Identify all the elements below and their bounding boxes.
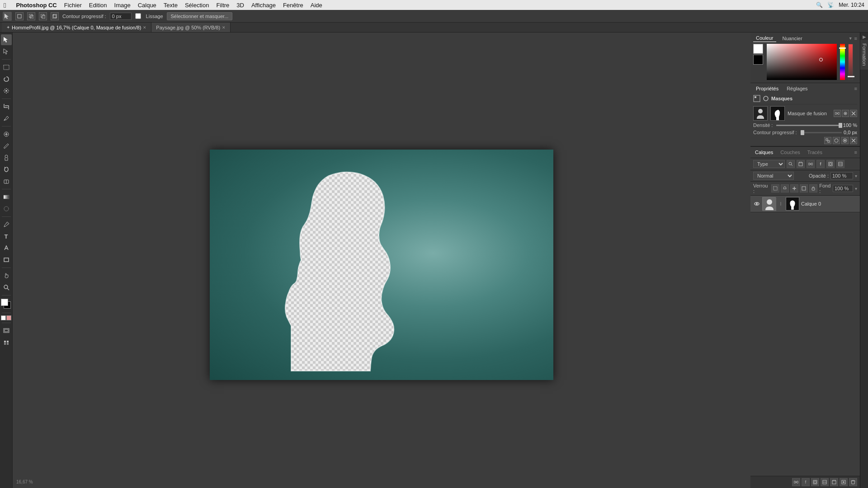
menu-fichier[interactable]: Fichier [64,2,82,9]
extra-tools-btn[interactable] [3,339,9,347]
contour-input[interactable] [110,13,132,20]
masque-action-3[interactable] [841,137,849,144]
densite-slider-thumb[interactable] [839,123,842,128]
eraser-tool-btn[interactable] [1,176,12,187]
tab-close-button[interactable]: ✕ [143,25,146,30]
layer-new-action-btn[interactable] [840,478,848,486]
menu-fenetre[interactable]: Fenêtre [283,2,303,9]
color-panel-collapse-btn[interactable]: ▼ [849,36,853,41]
lock-image-btn[interactable] [781,184,789,192]
lock-artboard-btn[interactable] [800,184,808,192]
path-selection-tool-btn[interactable] [1,243,12,253]
subtract-selection-btn[interactable] [39,12,47,20]
layer-link-action-btn[interactable] [792,478,800,486]
hand-tool-btn[interactable] [1,270,12,281]
foreground-color-swatch[interactable] [1,299,8,306]
layer-fx-btn[interactable]: f [816,160,825,168]
clone-tool-btn[interactable] [1,152,12,163]
menu-affichage[interactable]: Affichage [251,2,276,9]
add-selection-btn[interactable] [27,12,35,20]
props-panel-menu-btn[interactable]: ≡ [854,86,857,91]
reglages-tab[interactable]: Réglages [784,85,810,92]
color-gradient-picker[interactable] [767,44,837,80]
screen-mode-btn[interactable] [1,325,12,336]
new-selection-btn[interactable] [15,12,24,20]
layers-panel-menu-btn[interactable]: ≡ [854,150,857,155]
layer-row-calque0[interactable]: Calque 0 [750,196,860,212]
layer-link-btn[interactable] [807,160,815,168]
layer-type-select[interactable]: Type [753,160,785,168]
zoom-tool-btn[interactable] [1,282,12,293]
lock-all-btn[interactable] [809,184,817,192]
menu-texte[interactable]: Texte [164,2,178,9]
contour-slider[interactable] [801,132,842,133]
lasso-tool-btn[interactable] [1,74,12,84]
healing-tool-btn[interactable] [1,129,12,140]
tab-close-button-2[interactable]: ✕ [222,25,226,30]
couleur-tab[interactable]: Couleur [753,34,776,42]
couches-tab[interactable]: Couches [778,149,802,156]
layer-adj-btn[interactable] [836,160,844,168]
layer-mask-btn[interactable] [826,160,835,168]
contour-slider-area[interactable]: 0,0 px [801,130,857,135]
contour-slider-thumb[interactable] [801,130,804,135]
layer-search-btn[interactable] [787,160,795,168]
color-panel-menu-btn[interactable]: ≡ [854,36,857,41]
layer-group-action-btn[interactable] [830,478,838,486]
blend-mode-select[interactable]: Normal [753,172,794,180]
crop-tool-btn[interactable] [1,101,12,112]
menu-aide[interactable]: Aide [311,2,322,9]
densite-slider[interactable] [776,125,841,126]
eyedropper-tool-btn[interactable] [1,113,12,124]
direct-selection-tool-btn[interactable] [1,46,12,57]
layer-visibility-btn[interactable] [753,200,760,207]
traces-tab[interactable]: Tracés [806,149,824,156]
menu-calque[interactable]: Calque [138,2,156,9]
densite-slider-area[interactable]: 100 % [776,122,857,128]
selection-tool-btn[interactable] [1,34,12,45]
brush-tool-btn[interactable] [1,141,12,151]
masque-link-btn[interactable] [834,110,841,117]
fond-input[interactable] [833,185,853,192]
masque-action-2[interactable] [833,137,840,144]
calques-tab[interactable]: Calques [753,149,775,156]
alpha-slider[interactable] [848,44,853,80]
layer-delete-action-btn[interactable] [849,478,857,486]
canvas-area[interactable]: 16,67 % [13,33,750,488]
apple-menu[interactable]:  [4,1,6,9]
menu-filtre[interactable]: Filtre [216,2,229,9]
masque-action-4[interactable] [850,137,857,144]
shape-tool-btn[interactable] [1,254,12,265]
background-swatch[interactable] [753,55,763,65]
formation-panel-btn[interactable]: Formation [860,40,868,70]
layer-new-fill-btn[interactable] [821,478,829,486]
select-mask-button[interactable]: Sélectionner et masquer... [167,12,233,20]
menu-3d[interactable]: 3D [236,2,244,9]
search-icon[interactable]: 🔍 [816,2,823,8]
lock-transparent-btn[interactable] [771,184,779,192]
menu-edition[interactable]: Edition [89,2,107,9]
menu-image[interactable]: Image [114,2,131,9]
tab-homme-profil[interactable]: ✦ HommeProfil.jpg @ 16,7% (Calque 0, Mas… [2,23,151,32]
lissage-checkbox[interactable] [135,13,141,19]
intersect-selection-btn[interactable] [51,12,59,20]
nuancier-tab[interactable]: Nuancier [780,35,805,42]
fond-dropdown[interactable]: ▾ [855,186,857,191]
layer-new-group-btn[interactable] [797,160,805,168]
masque-view-btn[interactable] [842,110,849,117]
opacity-input[interactable] [830,172,853,179]
marquee-tool-btn[interactable] [1,62,12,73]
gradient-tool-btn[interactable] [1,192,12,202]
masque-action-1[interactable] [824,137,831,144]
magic-wand-tool-btn[interactable] [1,85,12,96]
type-tool-btn[interactable]: T [1,231,12,242]
menu-selection[interactable]: Sélection [185,2,209,9]
blur-tool-btn[interactable] [1,203,12,214]
masque-delete-btn[interactable] [850,110,857,117]
pen-tool-btn[interactable] [1,219,12,230]
tab-paysage[interactable]: Paysage.jpg @ 50% (RVB/8) ✕ [151,23,231,32]
history-brush-tool-btn[interactable] [1,164,12,175]
lock-position-btn[interactable] [790,184,798,192]
layer-new-mask-action-btn[interactable] [811,478,819,486]
quick-mask-mode-btn[interactable] [6,315,11,320]
